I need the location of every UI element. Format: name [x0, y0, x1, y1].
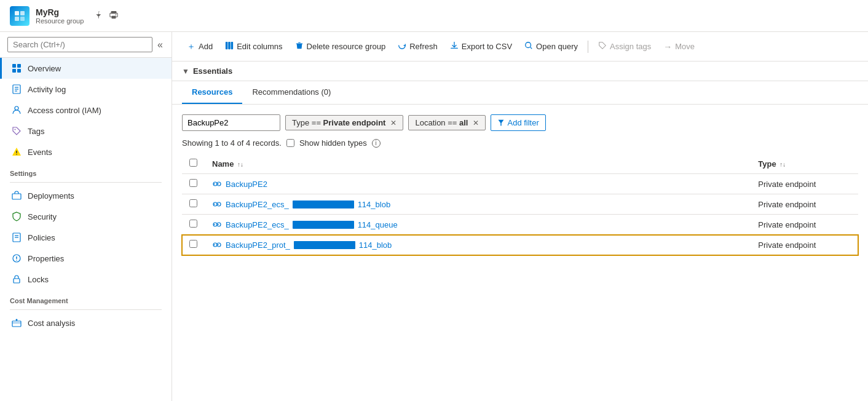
overview-icon: [12, 63, 22, 73]
resource-link[interactable]: BackupPE2_ecs_ 114_blob: [212, 199, 743, 209]
svg-rect-6: [112, 16, 116, 18]
pin-button[interactable]: [92, 9, 103, 22]
delete-rg-button[interactable]: Delete resource group: [290, 38, 391, 55]
sidebar-item-events[interactable]: Events: [0, 141, 172, 162]
resource-link[interactable]: BackupPE2_prot_ 114_blob: [212, 240, 743, 250]
row-checkbox[interactable]: [189, 199, 197, 207]
print-button[interactable]: [108, 9, 119, 22]
sidebar-item-label: Access control (IAM): [28, 106, 101, 115]
app-subtitle: Resource group: [36, 17, 84, 25]
row-checkbox[interactable]: [189, 240, 197, 248]
properties-icon: [12, 253, 22, 263]
sidebar-item-cost-analysis[interactable]: Cost analysis: [0, 312, 172, 333]
export-icon: [450, 41, 459, 52]
svg-rect-32: [226, 42, 228, 49]
svg-rect-11: [17, 69, 21, 73]
resource-name-cell: BackupPE2_ecs_ 114_queue: [205, 215, 751, 235]
app-logo: [10, 6, 30, 26]
tab-recommendations[interactable]: Recommendations (0): [242, 81, 341, 104]
table-row: BackupPE2_prot_ 114_blob Private endpoin…: [182, 235, 858, 255]
essentials-header[interactable]: ▼ Essentials: [172, 62, 868, 81]
export-csv-button[interactable]: Export to CSV: [445, 38, 517, 55]
assign-tags-icon: [598, 41, 607, 52]
svg-rect-3: [20, 17, 25, 21]
private-endpoint-icon: [212, 179, 222, 189]
private-endpoint-icon: [212, 240, 222, 250]
toolbar: ＋ Add Edit columns Delete resource group: [172, 32, 868, 62]
query-icon: [524, 41, 533, 52]
svg-point-31: [16, 319, 18, 321]
table-name-header[interactable]: Name ↑↓: [205, 154, 751, 174]
cost-section-label: Cost Management: [0, 290, 172, 307]
toolbar-divider: [588, 41, 588, 53]
move-button[interactable]: → Move: [658, 39, 700, 55]
name-filter-input[interactable]: [182, 114, 280, 131]
table-type-header[interactable]: Type ↑↓: [751, 154, 858, 174]
add-button[interactable]: ＋ Add: [182, 38, 218, 55]
essentials-label: Essentials: [193, 66, 232, 76]
add-filter-button[interactable]: Add filter: [491, 114, 545, 131]
open-query-label: Open query: [536, 42, 578, 51]
sidebar-item-deployments[interactable]: Deployments: [0, 185, 172, 206]
cost-icon: [12, 318, 22, 328]
resource-name-suffix: 114_queue: [358, 220, 398, 229]
sidebar-item-tags[interactable]: Tags: [0, 121, 172, 141]
type-filter-close-button[interactable]: ✕: [390, 119, 397, 127]
assign-tags-button[interactable]: Assign tags: [593, 38, 656, 55]
edit-columns-label: Edit columns: [237, 42, 282, 51]
svg-rect-0: [15, 11, 19, 15]
resources-content: Type == Private endpoint ✕ Location == a…: [172, 105, 868, 401]
records-text: Showing 1 to 4 of 4 records.: [182, 138, 282, 148]
filter-row: Type == Private endpoint ✕ Location == a…: [182, 114, 858, 131]
svg-rect-34: [231, 42, 234, 49]
tab-resources[interactable]: Resources: [182, 81, 242, 104]
open-query-button[interactable]: Open query: [519, 38, 583, 55]
row-checkbox[interactable]: [189, 179, 197, 187]
row-checkbox[interactable]: [189, 220, 197, 228]
refresh-icon: [398, 41, 406, 52]
app-title-block: MyRg Resource group: [36, 7, 84, 25]
resource-name-prefix: BackupPE2_ecs_: [226, 200, 289, 209]
resource-name: BackupPE2: [226, 180, 267, 189]
tags-icon: [12, 126, 22, 136]
edit-columns-button[interactable]: Edit columns: [220, 38, 287, 55]
svg-point-7: [116, 14, 117, 15]
delete-rg-label: Delete resource group: [307, 42, 386, 51]
sidebar-item-label: Security: [28, 212, 57, 221]
add-filter-icon: [497, 119, 505, 127]
search-input[interactable]: [7, 37, 152, 52]
sidebar-item-locks[interactable]: Locks: [0, 269, 172, 290]
resource-link[interactable]: BackupPE2_ecs_ 114_queue: [212, 220, 743, 229]
svg-rect-8: [12, 64, 16, 68]
resource-link[interactable]: BackupPE2: [212, 179, 743, 189]
resource-name-cell: BackupPE2: [205, 174, 751, 194]
settings-divider: [10, 182, 162, 183]
locks-icon: [12, 274, 22, 284]
sidebar-item-label: Deployments: [28, 191, 74, 200]
sidebar-item-policies[interactable]: Policies: [0, 227, 172, 248]
svg-rect-10: [12, 69, 16, 73]
sidebar-item-label: Locks: [28, 275, 49, 284]
svg-marker-36: [499, 119, 504, 125]
refresh-button[interactable]: Refresh: [393, 38, 443, 55]
show-hidden-checkbox[interactable]: [286, 139, 294, 147]
sidebar-item-overview[interactable]: Overview: [0, 58, 172, 79]
sidebar-item-activity-log[interactable]: Activity log: [0, 79, 172, 100]
sidebar-item-access-control[interactable]: Access control (IAM): [0, 100, 172, 121]
svg-point-17: [15, 129, 16, 130]
table-row: BackupPE2 Private endpoint: [182, 174, 858, 194]
sidebar: « Overview Activity log: [0, 32, 172, 401]
delete-icon: [295, 41, 304, 52]
activity-log-icon: [12, 84, 22, 94]
essentials-chevron-icon: ▼: [182, 67, 189, 76]
security-icon: [12, 212, 22, 221]
sidebar-item-properties[interactable]: Properties: [0, 248, 172, 269]
select-all-checkbox[interactable]: [189, 159, 197, 167]
edit-columns-icon: [225, 41, 234, 52]
location-filter-close-button[interactable]: ✕: [473, 119, 479, 127]
app-name: MyRg: [36, 7, 84, 17]
collapse-sidebar-button[interactable]: «: [156, 38, 164, 52]
sidebar-item-security[interactable]: Security: [0, 206, 172, 227]
sidebar-item-label: Cost analysis: [28, 319, 75, 328]
refresh-label: Refresh: [409, 42, 438, 51]
